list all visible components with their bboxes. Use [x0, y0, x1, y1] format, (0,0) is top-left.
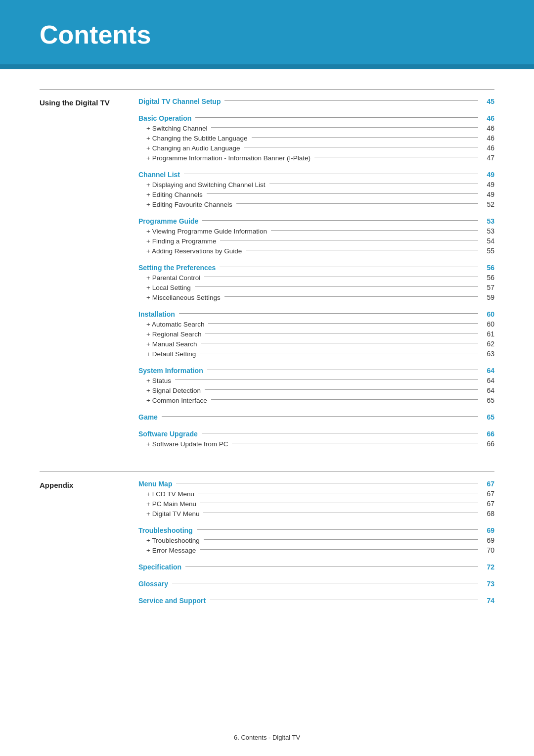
toc-heading-line: [179, 313, 478, 314]
toc-heading-1-1: Troubleshooting69: [138, 526, 494, 534]
toc-heading-0-0: Digital TV Channel Setup45: [138, 97, 494, 105]
toc-heading-0-4: Setting the Preferences56: [138, 264, 494, 272]
toc-group-0-5: Installation60+ Automatic Search60+ Regi…: [138, 310, 494, 358]
toc-group-0-6: System Information64+ Status64+ Signal D…: [138, 367, 494, 404]
toc-item-page: 54: [482, 237, 494, 245]
toc-heading-page: 46: [482, 114, 494, 122]
toc-item-page: 53: [482, 227, 494, 235]
toc-item: + Miscellaneous Settings59: [138, 293, 494, 301]
section-0: Using the Digital TVDigital TV Channel S…: [40, 89, 494, 457]
toc-item-line: [200, 503, 478, 503]
page-title: Contents: [40, 20, 151, 49]
toc-heading-line: [224, 100, 478, 101]
toc-group-0-4: Setting the Preferences56+ Parental Cont…: [138, 264, 494, 301]
toc-item-line: [271, 230, 478, 231]
toc-heading-page: 49: [482, 171, 494, 179]
toc-item-label: + Parental Control: [146, 274, 200, 282]
toc-item-label: + Finding a Programme: [146, 237, 216, 245]
toc-item-page: 67: [482, 500, 494, 508]
toc-heading-1-4: Service and Support74: [138, 597, 494, 605]
toc-item-line: [224, 296, 478, 297]
toc-item-label: + Signal Detection: [146, 387, 201, 394]
toc-item-page: 47: [482, 154, 494, 162]
toc-item-label: + Common Interface: [146, 397, 207, 404]
toc-item-line: [204, 277, 478, 277]
toc-item-label: + Regional Search: [146, 331, 201, 338]
section-label-0: Using the Digital TV: [40, 97, 138, 457]
toc-heading-page: 69: [482, 526, 494, 534]
toc-item-line: [220, 240, 478, 240]
toc-heading-label: Menu Map: [138, 480, 172, 488]
toc-heading-1-0: Menu Map67: [138, 480, 494, 488]
toc-item-line: [203, 513, 478, 513]
toc-item-line: [205, 389, 478, 390]
toc-item-page: 69: [482, 536, 494, 544]
toc-item-label: + Editing Favourite Channels: [146, 201, 232, 208]
footer: 6. Contents - Digital TV: [0, 734, 534, 741]
toc-heading-label: Troubleshooting: [138, 526, 193, 534]
page-header: Contents: [0, 0, 534, 69]
toc-heading-0-3: Programme Guide53: [138, 217, 494, 225]
toc-item-label: + Error Message: [146, 547, 196, 554]
toc-heading-0-2: Channel List49: [138, 171, 494, 179]
toc-item-page: 62: [482, 340, 494, 348]
toc-item-page: 66: [482, 440, 494, 448]
toc-heading-page: 53: [482, 217, 494, 225]
toc-item-page: 46: [482, 134, 494, 142]
toc-item-page: 52: [482, 200, 494, 208]
toc-item-page: 65: [482, 396, 494, 404]
toc-group-0-3: Programme Guide53+ Viewing Programme Gui…: [138, 217, 494, 255]
toc-item: + Common Interface65: [138, 396, 494, 404]
toc-item-line: [246, 250, 478, 250]
toc-item: + Editing Channels49: [138, 190, 494, 198]
toc-item-line: [200, 549, 478, 550]
toc-heading-label: Specification: [138, 563, 181, 571]
toc-heading-line: [197, 529, 478, 530]
toc-item-label: + Editing Channels: [146, 191, 203, 198]
toc-heading-page: 56: [482, 264, 494, 272]
toc-item-label: + Viewing Programme Guide Information: [146, 228, 267, 235]
toc-item: + Signal Detection64: [138, 386, 494, 394]
toc-heading-1-2: Specification72: [138, 563, 494, 571]
toc-item-page: 49: [482, 181, 494, 189]
toc-heading-label: Game: [138, 413, 158, 421]
toc-item-page: 64: [482, 377, 494, 384]
toc-heading-label: Software Upgrade: [138, 430, 198, 438]
toc-item: + Parental Control56: [138, 274, 494, 282]
toc-item: + Changing an Audio Language46: [138, 144, 494, 152]
toc-item: + Regional Search61: [138, 330, 494, 338]
toc-heading-line: [184, 174, 478, 174]
toc-item: + Error Message70: [138, 546, 494, 554]
toc-heading-line: [162, 416, 478, 417]
toc-heading-label: Programme Guide: [138, 217, 198, 225]
toc-item-page: 68: [482, 510, 494, 518]
toc-item-line: [201, 343, 478, 343]
main-content: Using the Digital TVDigital TV Channel S…: [0, 69, 534, 658]
toc-item: + Software Update from PC66: [138, 440, 494, 448]
toc-item: + Digital TV Menu68: [138, 510, 494, 518]
toc-heading-0-5: Installation60: [138, 310, 494, 318]
section-content-0: Digital TV Channel Setup45Basic Operatio…: [138, 97, 494, 457]
toc-item: + Editing Favourite Channels52: [138, 200, 494, 208]
toc-item-label: + Software Update from PC: [146, 440, 228, 448]
toc-item-line: [195, 286, 478, 287]
toc-item-line: [211, 399, 478, 400]
toc-item-page: 56: [482, 274, 494, 282]
toc-item-page: 55: [482, 247, 494, 255]
toc-item-label: + Displaying and Switching Channel List: [146, 181, 266, 189]
toc-item-label: + Automatic Search: [146, 321, 204, 328]
toc-item-label: + LCD TV Menu: [146, 490, 194, 498]
toc-heading-label: Setting the Preferences: [138, 264, 216, 272]
toc-item-page: 49: [482, 190, 494, 198]
toc-item-line: [244, 147, 478, 147]
toc-item-line: [205, 333, 478, 333]
toc-item: + Viewing Programme Guide Information53: [138, 227, 494, 235]
toc-group-1-3: Glossary73: [138, 580, 494, 588]
toc-heading-0-1: Basic Operation46: [138, 114, 494, 122]
toc-heading-page: 64: [482, 367, 494, 375]
toc-heading-page: 65: [482, 413, 494, 421]
toc-item-label: + Changing the Subtitle Language: [146, 135, 248, 142]
toc-item-label: + PC Main Menu: [146, 500, 196, 508]
toc-item-page: 70: [482, 546, 494, 554]
toc-item: + Default Setting63: [138, 350, 494, 358]
